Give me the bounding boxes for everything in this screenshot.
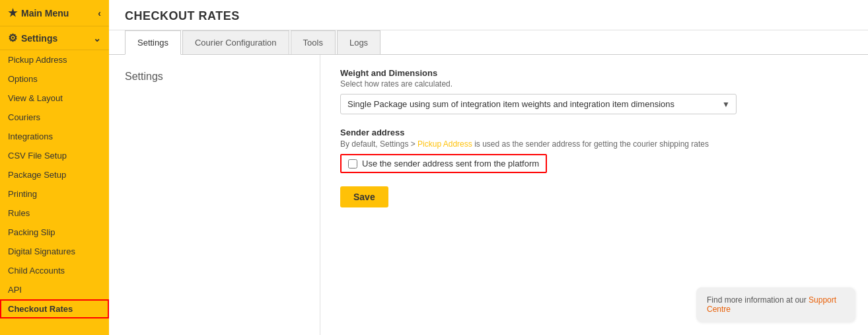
sender-desc-prefix: By default, Settings >: [340, 139, 417, 149]
collapse-icon: ‹: [98, 8, 101, 19]
sidebar-item-digital-signatures[interactable]: Digital Signatures: [0, 242, 109, 261]
tabs-bar: Settings Courier Configuration Tools Log…: [109, 30, 868, 55]
main-menu-label: Main Menu: [21, 8, 69, 19]
sidebar-item-checkout-rates[interactable]: Checkout Rates: [0, 299, 109, 318]
sidebar-item-packing-slip[interactable]: Packing Slip: [0, 223, 109, 242]
weight-dimensions-sublabel: Select how rates are calculated.: [340, 79, 848, 89]
main-content: CHECKOUT RATES Settings Courier Configur…: [109, 0, 868, 335]
weight-dimensions-label: Weight and Dimensions: [340, 68, 848, 78]
chevron-down-icon: ⌄: [93, 33, 101, 44]
sidebar-item-integrations[interactable]: Integrations: [0, 127, 109, 146]
sender-desc-suffix: is used as the sender address for gettin…: [472, 139, 709, 149]
sidebar-main-menu[interactable]: ★ Main Menu ‹: [0, 0, 109, 26]
sidebar-settings-left: ⚙ Settings: [8, 32, 57, 44]
support-text-prefix: Find more information at our: [707, 295, 809, 305]
sidebar-item-child-accounts[interactable]: Child Accounts: [0, 261, 109, 280]
sender-address-desc: By default, Settings > Pickup Address is…: [340, 139, 848, 149]
tab-courier-configuration[interactable]: Courier Configuration: [182, 30, 289, 55]
tab-settings[interactable]: Settings: [125, 30, 181, 55]
sender-address-checkbox-label: Use the sender address sent from the pla…: [362, 159, 539, 168]
sidebar-settings[interactable]: ⚙ Settings ⌄: [0, 26, 109, 50]
pickup-address-link[interactable]: Pickup Address: [417, 139, 472, 149]
sender-address-checkbox-row[interactable]: Use the sender address sent from the pla…: [340, 154, 547, 173]
sender-address-label: Sender address: [340, 128, 848, 137]
page-title: CHECKOUT RATES: [125, 9, 240, 22]
weight-dimensions-select[interactable]: Single Package using sum of integration …: [340, 94, 737, 114]
sidebar-item-csv-file-setup[interactable]: CSV File Setup: [0, 146, 109, 165]
content-area: Settings Weight and Dimensions Select ho…: [109, 55, 868, 335]
gear-icon: ⚙: [8, 32, 17, 44]
sidebar-item-pickup-address[interactable]: Pickup Address: [0, 50, 109, 69]
weight-dimensions-select-wrapper: Single Package using sum of integration …: [340, 94, 737, 114]
sidebar-main-menu-left: ★ Main Menu: [8, 7, 69, 19]
sender-address-section: Sender address By default, Settings > Pi…: [340, 128, 848, 173]
sidebar-item-rules[interactable]: Rules: [0, 204, 109, 223]
sidebar-item-api[interactable]: API: [0, 280, 109, 299]
weight-dimensions-group: Weight and Dimensions Select how rates a…: [340, 68, 848, 114]
support-bubble: Find more information at our Support Cen…: [696, 287, 855, 322]
sidebar: ★ Main Menu ‹ ⚙ Settings ⌄ Pickup Addres…: [0, 0, 109, 335]
settings-left-panel: Settings: [109, 55, 320, 335]
save-button[interactable]: Save: [340, 186, 388, 207]
page-header: CHECKOUT RATES: [109, 0, 868, 30]
settings-right-panel: Weight and Dimensions Select how rates a…: [320, 55, 868, 335]
sidebar-item-couriers[interactable]: Couriers: [0, 108, 109, 127]
sidebar-item-package-setup[interactable]: Package Setup: [0, 165, 109, 184]
tab-logs[interactable]: Logs: [337, 30, 380, 55]
sidebar-item-printing[interactable]: Printing: [0, 184, 109, 204]
sidebar-item-options[interactable]: Options: [0, 69, 109, 89]
tab-tools[interactable]: Tools: [291, 30, 336, 55]
settings-section-title: Settings: [125, 71, 304, 83]
star-icon: ★: [8, 7, 17, 19]
sender-address-checkbox[interactable]: [348, 159, 357, 168]
settings-label: Settings: [21, 33, 57, 44]
sidebar-item-view-layout[interactable]: View & Layout: [0, 89, 109, 108]
